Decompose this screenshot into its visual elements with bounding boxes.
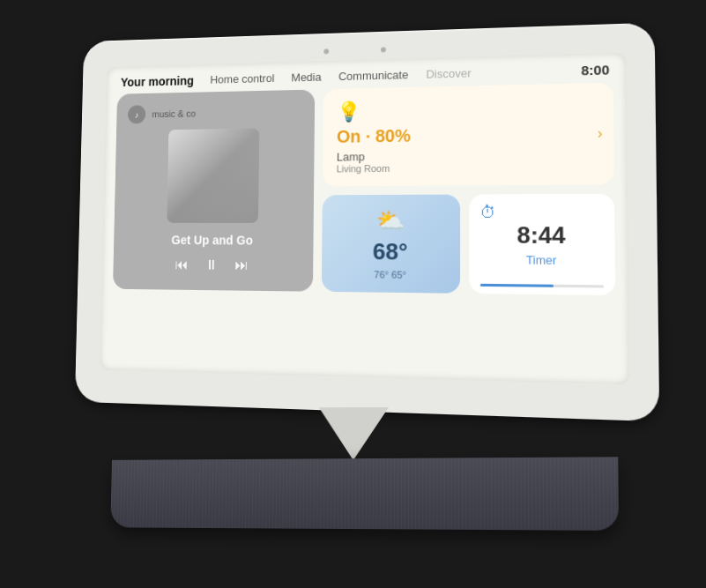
timer-card[interactable]: ⏱ 8:44 Timer bbox=[469, 193, 615, 294]
nav-item-home-control[interactable]: Home control bbox=[210, 71, 274, 86]
weather-icon: ⛅ bbox=[375, 206, 404, 234]
music-title: Get Up and Go bbox=[124, 233, 301, 247]
timer-icon: ⏱ bbox=[479, 203, 496, 221]
camera-bar bbox=[323, 47, 386, 54]
next-button[interactable]: ⏭ bbox=[234, 257, 249, 273]
lamp-location: Living Room bbox=[336, 160, 598, 174]
lamp-status: On · 80% bbox=[336, 123, 598, 147]
music-header: ♪ music & co bbox=[127, 101, 302, 123]
nav-item-media[interactable]: Media bbox=[291, 70, 321, 83]
music-service-icon: ♪ bbox=[127, 105, 145, 123]
nav-item-communicate[interactable]: Communicate bbox=[338, 68, 407, 83]
speaker-base bbox=[110, 457, 619, 531]
nav-item-discover[interactable]: Discover bbox=[426, 66, 471, 80]
music-source: music & co bbox=[152, 108, 196, 118]
camera-dot-right bbox=[380, 47, 385, 52]
device-stand bbox=[318, 406, 389, 459]
timer-progress-bar bbox=[479, 283, 603, 287]
device-wrapper: Your morning Home control Media Communic… bbox=[36, 30, 671, 559]
weather-range: 76° 65° bbox=[374, 269, 406, 280]
camera-dot-left bbox=[323, 48, 329, 54]
lamp-card[interactable]: 💡 On · 80% Lamp Living Room › bbox=[322, 82, 613, 186]
lamp-icon: 💡 bbox=[337, 95, 598, 123]
content-area: ♪ music & co Get Up and Go ⏮ ⏸ ⏭ bbox=[101, 82, 629, 305]
timer-progress-fill bbox=[479, 283, 553, 287]
album-art bbox=[167, 128, 259, 222]
right-column: 💡 On · 80% Lamp Living Room › ⛅ 68° 76° … bbox=[321, 82, 614, 294]
device-body: Your morning Home control Media Communic… bbox=[74, 22, 658, 421]
weather-temperature: 68° bbox=[372, 238, 407, 266]
timer-label: Timer bbox=[525, 253, 556, 267]
nav-bar: Your morning Home control Media Communic… bbox=[120, 63, 558, 88]
prev-button[interactable]: ⏮ bbox=[175, 257, 188, 272]
play-pause-button[interactable]: ⏸ bbox=[204, 257, 218, 272]
weather-card[interactable]: ⛅ 68° 76° 65° bbox=[321, 194, 459, 293]
chevron-right-icon: › bbox=[597, 125, 602, 142]
music-card[interactable]: ♪ music & co Get Up and Go ⏮ ⏸ ⏭ bbox=[112, 89, 314, 291]
screen: Your morning Home control Media Communic… bbox=[100, 52, 629, 384]
timer-time: 8:44 bbox=[516, 221, 565, 249]
clock-display: 8:00 bbox=[581, 62, 609, 78]
bottom-row: ⛅ 68° 76° 65° ⏱ 8:44 Timer bbox=[321, 193, 614, 294]
nav-item-your-morning[interactable]: Your morning bbox=[120, 73, 193, 88]
music-controls: ⏮ ⏸ ⏭ bbox=[124, 257, 301, 273]
